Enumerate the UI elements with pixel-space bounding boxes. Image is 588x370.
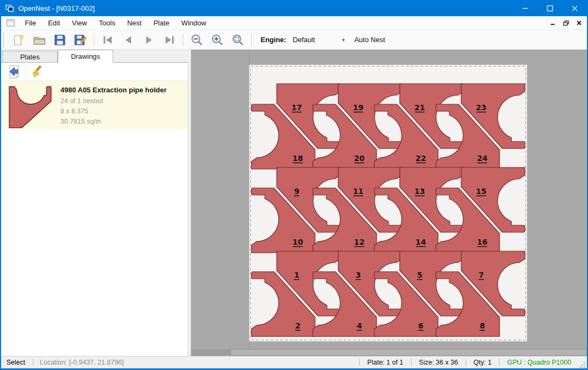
part-number-8: 8 <box>480 321 485 330</box>
panel-toolbar <box>1 63 188 81</box>
save-as-button[interactable] <box>72 32 88 48</box>
save-button[interactable] <box>52 32 68 48</box>
plate: 171819202122232491011121314151612345678 <box>249 65 527 341</box>
mdi-close-icon <box>577 21 582 25</box>
go-last-icon <box>163 35 176 45</box>
zoom-fit-icon <box>231 33 244 46</box>
titlebar: OpenNest - [N0317-002] <box>1 0 587 16</box>
toolbar-separator <box>251 33 252 46</box>
status-plate-count: Plate: 1 of 1 <box>360 359 411 366</box>
horizontal-scrollbar[interactable] <box>191 349 587 356</box>
mdi-controls <box>551 21 587 26</box>
clean-icon <box>31 65 44 78</box>
mdi-minimize-button[interactable] <box>551 21 556 25</box>
save-as-icon <box>74 34 87 46</box>
toolbar-grip[interactable] <box>3 33 5 47</box>
close-icon <box>572 5 578 11</box>
part-number-12: 12 <box>354 238 364 246</box>
go-last-button[interactable] <box>161 32 177 48</box>
app-icon <box>5 4 14 12</box>
status-right: Plate: 1 of 1Size: 36 x 36Qty: 1GPU : Qu… <box>359 356 579 368</box>
zoom-in-button[interactable] <box>209 32 225 48</box>
new-drawing-icon <box>13 33 25 46</box>
menu-item-tools[interactable]: Tools <box>93 17 121 29</box>
go-first-button[interactable] <box>100 32 116 48</box>
part-number-21: 21 <box>414 103 425 112</box>
part-number-22: 22 <box>415 154 426 163</box>
part-number-18: 18 <box>292 154 303 163</box>
menu-item-file[interactable]: File <box>19 17 42 29</box>
status-quantity: Qty: 1 <box>466 359 499 366</box>
go-previous-icon <box>122 35 135 45</box>
left-panel: PlatesDrawings <box>1 50 191 356</box>
tab-plates[interactable]: Plates <box>2 51 58 62</box>
drawing-thumbnail-shape <box>9 86 51 127</box>
panel-tabs: PlatesDrawings <box>1 50 191 62</box>
status-location: Location: [-0.9437, 21.8796] <box>33 359 131 366</box>
part-number-15: 15 <box>476 187 486 196</box>
part-number-13: 13 <box>414 187 425 196</box>
mdi-restore-button[interactable] <box>563 21 569 26</box>
save-icon <box>54 34 66 46</box>
toolbar: Engine: Default ▾ Auto Nest <box>1 30 587 50</box>
minimize-button[interactable] <box>512 0 537 16</box>
part-number-2: 2 <box>295 321 300 330</box>
main-area: PlatesDrawings <box>1 50 587 356</box>
part-number-4: 4 <box>357 321 362 330</box>
drawing-area: 30.7815 sq/in <box>60 117 167 127</box>
mdi-close-button[interactable] <box>577 21 582 25</box>
menu-item-window[interactable]: Window <box>175 17 212 29</box>
menu-item-view[interactable]: View <box>66 17 93 29</box>
child-window-icon[interactable] <box>6 19 15 26</box>
nest-canvas[interactable]: 171819202122232491011121314151612345678 <box>191 50 587 356</box>
part-number-24: 24 <box>477 154 488 163</box>
import-drawing-button[interactable] <box>6 64 22 79</box>
open-icon <box>33 34 46 46</box>
drawing-item[interactable]: 4980 A05 Extraction pipe holder 24 of 1 … <box>1 81 188 130</box>
close-button[interactable] <box>562 0 587 16</box>
menubar: FileEditViewToolsNestPlateWindow <box>1 16 587 30</box>
engine-combobox[interactable]: Default ▾ <box>291 33 347 46</box>
zoom-out-button[interactable] <box>189 32 205 48</box>
toolbar-separator <box>183 33 183 46</box>
menu-item-plate[interactable]: Plate <box>147 17 175 29</box>
part-number-23: 23 <box>476 103 486 112</box>
resize-grip[interactable] <box>579 362 585 368</box>
status-gpu: GPU : Quadro P1000 <box>500 359 579 366</box>
scrollbar-track[interactable] <box>191 349 230 356</box>
mdi-restore-icon <box>563 21 569 26</box>
engine-value: Default <box>293 36 342 44</box>
zoom-in-icon <box>211 33 224 46</box>
drawing-thumbnail <box>9 86 52 126</box>
zoom-fit-button[interactable] <box>230 32 246 48</box>
part-number-11: 11 <box>353 187 363 196</box>
go-previous-button[interactable] <box>120 32 136 48</box>
go-next-button[interactable] <box>141 32 157 48</box>
status-plate-size: Size: 36 x 36 <box>412 359 466 366</box>
go-first-icon <box>101 35 114 45</box>
window-title: OpenNest - [N0317-002] <box>18 4 512 12</box>
toolbar-separator <box>94 33 94 46</box>
menu-item-nest[interactable]: Nest <box>121 17 148 29</box>
menu-item-edit[interactable]: Edit <box>42 17 66 29</box>
new-drawing-button[interactable] <box>11 32 27 48</box>
panel-body: 4980 A05 Extraction pipe holder 24 of 1 … <box>1 62 188 356</box>
tab-drawings[interactable]: Drawings <box>58 50 113 63</box>
clean-button[interactable] <box>30 64 45 79</box>
part-number-3: 3 <box>355 271 361 279</box>
part-number-7: 7 <box>478 271 484 279</box>
part-number-1: 1 <box>294 271 299 279</box>
app-window: OpenNest - [N0317-002] FileEditViewTools… <box>0 0 588 370</box>
plate-svg: 171819202122232491011121314151612345678 <box>249 65 527 341</box>
status-mode: Select <box>1 359 33 366</box>
drawing-list: 4980 A05 Extraction pipe holder 24 of 1 … <box>1 81 188 356</box>
scrollbar-thumb[interactable] <box>230 349 587 356</box>
drawing-title: 4980 A05 Extraction pipe holder <box>60 86 167 94</box>
auto-nest-button[interactable]: Auto Nest <box>354 36 385 44</box>
maximize-button[interactable] <box>537 0 562 16</box>
maximize-icon <box>547 5 553 11</box>
drawing-dimensions: 8 x 8.375 <box>60 106 167 117</box>
part-number-10: 10 <box>292 238 303 246</box>
part-number-16: 16 <box>477 238 487 246</box>
open-button[interactable] <box>31 32 47 48</box>
